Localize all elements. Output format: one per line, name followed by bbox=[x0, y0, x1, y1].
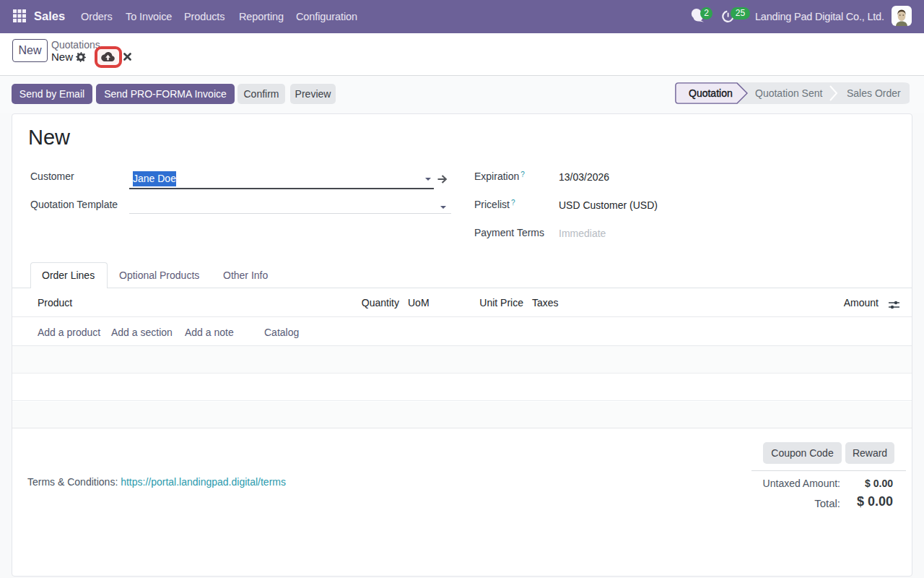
svg-text:Sales Order: Sales Order bbox=[847, 87, 901, 99]
svg-text:Quotation Sent: Quotation Sent bbox=[755, 87, 823, 99]
svg-text:Quotation: Quotation bbox=[689, 87, 733, 99]
